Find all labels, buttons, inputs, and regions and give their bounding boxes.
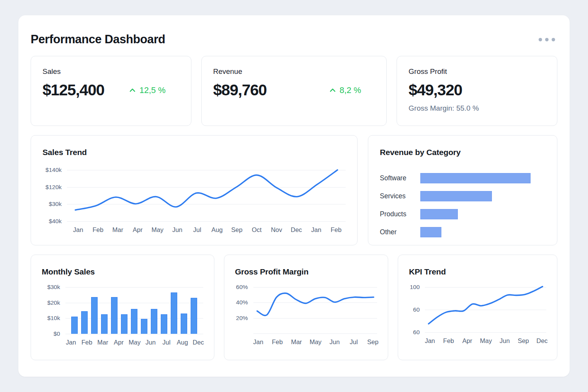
x-axis-label: Jan xyxy=(253,338,263,346)
kpi-card-sales: Sales $125,400 12,5 % xyxy=(31,56,191,126)
kpi-trend-card: KPI Trend 1006060JanFebAprMayJunSepDec xyxy=(398,255,557,360)
bar xyxy=(141,319,147,334)
middle-row: Sales Trend $140k$120k$30k$40kJanFebMarA… xyxy=(31,135,557,245)
y-axis-tick-label: 20% xyxy=(236,315,248,322)
category-label: Services xyxy=(380,192,420,200)
chart-title: Monthly Sales xyxy=(42,267,203,276)
x-axis-label: Jul xyxy=(162,339,170,346)
bar xyxy=(420,173,530,183)
bar xyxy=(81,311,88,334)
kpi-value: $49,320 xyxy=(408,81,462,99)
x-axis-label: Sep xyxy=(518,337,529,345)
dashboard-panel: Performance Dashboard Sales $125,400 12,… xyxy=(18,15,570,377)
x-axis-label: Apr xyxy=(133,226,143,234)
gross-margin-subtitle: Gross Margin: 55.0 % xyxy=(408,104,546,113)
ellipsis-icon xyxy=(552,38,555,41)
plot-area xyxy=(65,287,203,334)
y-axis: 60%40%20% xyxy=(235,287,253,333)
x-axis: JanFebMarAprMayJunJulAugSepOctNovDecJanF… xyxy=(67,221,346,237)
bar xyxy=(101,314,108,334)
gridline xyxy=(65,303,203,303)
page-title: Performance Dashboard xyxy=(31,33,165,46)
bar xyxy=(71,317,78,334)
y-axis: $140k$120k$30k$40k xyxy=(42,170,67,221)
kpi-delta-value: 12,5 % xyxy=(139,85,166,95)
page-background: Performance Dashboard Sales $125,400 12,… xyxy=(0,0,588,392)
x-axis: JanFebAprMayJunSepDec xyxy=(425,332,546,348)
ellipsis-icon xyxy=(545,38,549,41)
kpi-label: Sales xyxy=(42,67,180,76)
y-axis: 1006060 xyxy=(409,287,425,332)
chart-body: 60%40%20% xyxy=(235,287,377,333)
y-axis-tick-label: 60 xyxy=(413,306,420,313)
chart-title: KPI Trend xyxy=(409,267,546,276)
trend-up-icon xyxy=(330,88,336,92)
plot-area xyxy=(67,170,346,221)
kpi-value: $125,400 xyxy=(42,81,104,99)
x-axis-label: Feb xyxy=(272,338,283,346)
x-axis-label: Apr xyxy=(114,339,124,346)
plot-area xyxy=(425,287,546,332)
revenue-by-category-card: Revenue by Category SoftwareServicesProd… xyxy=(368,135,557,245)
x-axis-label: Mar xyxy=(97,339,108,346)
line-series xyxy=(425,287,546,332)
x-axis: JanFebMarAprMayJunJulAugDec xyxy=(65,334,203,350)
dashboard-header: Performance Dashboard xyxy=(31,28,557,51)
bar xyxy=(111,297,118,334)
y-axis-tick-label: $30k xyxy=(47,284,60,291)
x-axis-label: Feb xyxy=(443,337,454,345)
x-axis-label: Jun xyxy=(330,338,340,346)
category-label: Other xyxy=(380,228,420,236)
x-axis-label: Jun xyxy=(145,339,156,346)
kpi-value-row: $125,400 12,5 % xyxy=(42,81,180,99)
sales-trend-chart: $140k$120k$30k$40kJanFebMarAprMayJunJulA… xyxy=(42,170,346,237)
y-axis-tick-label: 40% xyxy=(236,299,248,306)
y-axis-tick-label: 100 xyxy=(410,284,420,291)
y-axis-tick-label: $120k xyxy=(46,184,62,191)
kpi-value-row: $89,760 8,2 % xyxy=(213,81,375,99)
kpi-value: $89,760 xyxy=(213,81,267,99)
bar xyxy=(151,309,157,334)
x-axis-label: Dec xyxy=(193,339,204,346)
x-axis-label: May xyxy=(129,339,140,346)
x-axis-label: Jul xyxy=(193,226,201,234)
x-axis-label: Apr xyxy=(462,337,472,345)
category-row: Other xyxy=(380,223,546,241)
x-axis-label: Feb xyxy=(331,226,341,234)
bar xyxy=(91,297,98,334)
bar xyxy=(420,191,492,201)
y-axis-tick-label: $40k xyxy=(49,218,62,225)
ellipsis-menu-button[interactable] xyxy=(536,34,557,45)
chart-body: $140k$120k$30k$40k xyxy=(42,170,346,221)
y-axis-tick-label: 60 xyxy=(413,329,420,336)
chart-title: Revenue by Category xyxy=(380,148,546,157)
bar-track xyxy=(420,191,546,201)
bar-track xyxy=(420,173,546,183)
bottom-row: Monthly Sales $30k$20k$10k$0JanFebMarApr… xyxy=(31,255,557,360)
bar xyxy=(121,314,127,334)
x-axis-label: Dec xyxy=(536,337,547,345)
x-axis-label: May xyxy=(310,338,322,346)
x-axis-label: Feb xyxy=(82,339,92,346)
x-axis-label: Mar xyxy=(291,338,302,346)
x-axis-label: May xyxy=(480,337,492,345)
gross-profit-margin-card: Gross Profit Margin 60%40%20%JanFebMarMa… xyxy=(224,255,389,360)
y-axis-tick-label: $140k xyxy=(46,167,62,173)
x-axis-label: Jun xyxy=(500,337,510,345)
x-axis-label: Jul xyxy=(350,338,358,346)
revenue-by-category-chart: SoftwareServicesProductsOther xyxy=(380,169,546,241)
y-axis-tick-label: $20k xyxy=(47,299,60,306)
gross-profit-margin-chart: 60%40%20%JanFebMarMayJunJulSep xyxy=(235,287,377,350)
x-axis-label: Sep xyxy=(367,338,378,346)
x-axis-label: Aug xyxy=(211,226,222,234)
trend-up-icon xyxy=(129,88,136,92)
category-label: Products xyxy=(380,210,420,218)
bar xyxy=(420,209,458,219)
y-axis-tick-label: 60% xyxy=(236,284,248,291)
bar xyxy=(131,309,137,334)
chart-body: $30k$20k$10k$0 xyxy=(42,287,203,334)
plot-area xyxy=(253,287,377,333)
y-axis-tick-label: $10k xyxy=(47,315,60,322)
x-axis-label: Mar xyxy=(113,226,123,234)
x-axis-label: Nov xyxy=(271,226,282,234)
